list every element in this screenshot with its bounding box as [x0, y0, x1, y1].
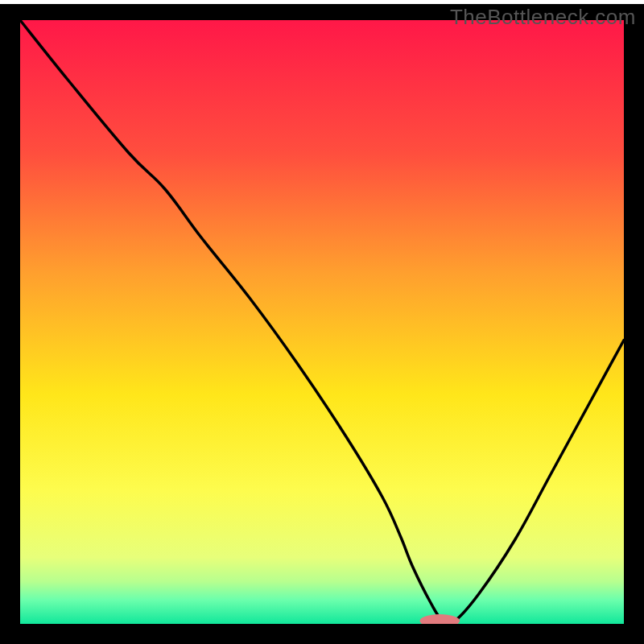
top-strip: [0, 0, 644, 4]
watermark-text: TheBottleneck.com: [450, 5, 636, 30]
bottleneck-chart: [0, 0, 644, 644]
plot-background: [20, 20, 624, 624]
chart-container: TheBottleneck.com: [0, 0, 644, 644]
